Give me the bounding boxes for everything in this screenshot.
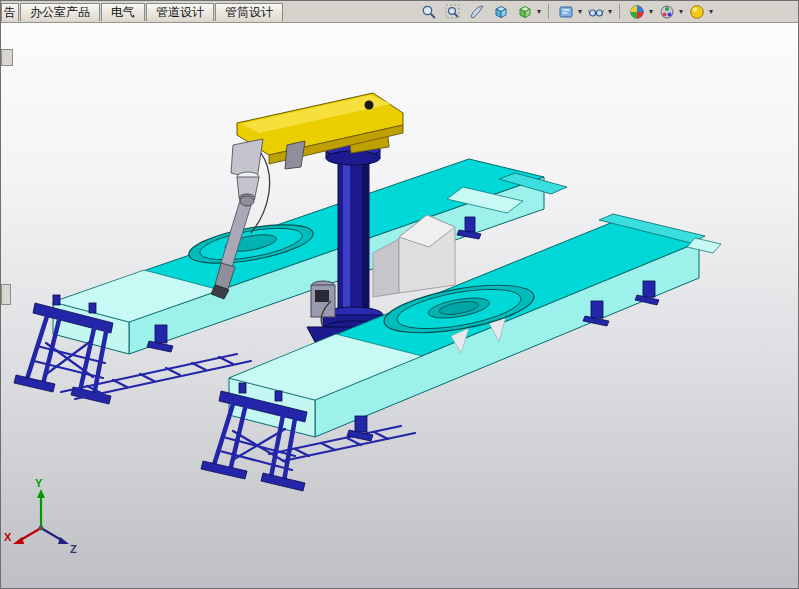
- tab-partial[interactable]: 告: [1, 3, 19, 21]
- cad-window: 告 办公室产品 电气 管道设计 管筒设计: [0, 0, 799, 589]
- left-panel-handle-middle[interactable]: [1, 284, 11, 305]
- display-style-dropdown-icon[interactable]: ▾: [537, 3, 541, 21]
- tab-piping-design[interactable]: 管道设计: [146, 3, 214, 21]
- edit-appearance-icon[interactable]: [626, 2, 648, 22]
- edit-appearance-dropdown-icon[interactable]: ▾: [649, 3, 653, 21]
- view-settings-dropdown-icon[interactable]: ▾: [608, 3, 612, 21]
- previous-view-icon[interactable]: [466, 2, 488, 22]
- feature-tab-bar: 告 办公室产品 电气 管道设计 管筒设计: [1, 1, 798, 23]
- hide-show-items-dropdown-icon[interactable]: ▾: [578, 3, 582, 21]
- graphics-viewport[interactable]: Y X Z: [1, 1, 799, 589]
- display-style-icon[interactable]: [514, 2, 536, 22]
- left-panel-handle-top[interactable]: [1, 49, 13, 66]
- tab-office-products[interactable]: 办公室产品: [20, 3, 100, 21]
- apply-scene-icon[interactable]: [656, 2, 678, 22]
- apply-scene-dropdown-icon[interactable]: ▾: [679, 3, 683, 21]
- zoom-to-fit-icon[interactable]: [418, 2, 440, 22]
- view-toolbar: ▾ ▾ ▾: [418, 2, 714, 22]
- zoom-to-area-icon[interactable]: [442, 2, 464, 22]
- triad-y-label: Y: [35, 477, 43, 489]
- toolbar-separator: [619, 4, 620, 19]
- tab-electrical[interactable]: 电气: [101, 3, 145, 21]
- toolbar-separator: [548, 4, 549, 19]
- realview-graphics-icon[interactable]: [686, 2, 708, 22]
- tab-tubing-design[interactable]: 管筒设计: [215, 3, 283, 21]
- triad-z-label: Z: [70, 543, 77, 555]
- realview-graphics-dropdown-icon[interactable]: ▾: [709, 3, 713, 21]
- view-orientation-icon[interactable]: [490, 2, 512, 22]
- hide-show-items-icon[interactable]: [555, 2, 577, 22]
- triad-x-label: X: [4, 531, 12, 543]
- view-settings-icon[interactable]: [585, 2, 607, 22]
- orientation-triad[interactable]: Y X Z: [4, 477, 77, 555]
